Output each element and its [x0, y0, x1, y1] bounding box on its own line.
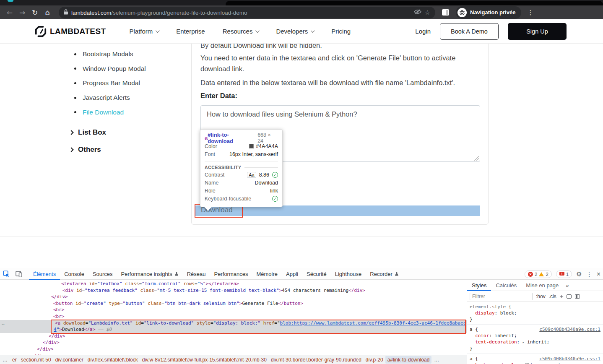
issues-badge[interactable]: 1 — [556, 270, 572, 278]
style-rule-element[interactable]: element.style { display: block; } — [467, 302, 603, 325]
styles-filter-input[interactable]: Filtrer — [470, 293, 533, 300]
sidebar-item-window-popup-modal[interactable]: Window Popup Modal — [70, 62, 187, 76]
breadcrumb-item[interactable]: div.mt-30.border.border-gray-90.rounded — [269, 356, 364, 364]
tab-recorder[interactable]: Recorder — [366, 268, 403, 280]
lambdatest-logo[interactable]: LAMBDATEST — [34, 25, 106, 38]
computed-styles-icon[interactable] — [567, 294, 572, 299]
devtools-panel: Éléments Console Sources Performance ins… — [0, 268, 603, 364]
login-link[interactable]: Login — [415, 28, 431, 35]
tab-styles[interactable]: Styles — [467, 280, 491, 291]
incognito-badge: Navigation privée — [456, 6, 521, 19]
tab-security[interactable]: Sécurité — [302, 268, 331, 280]
home-icon[interactable]: ⌂ — [41, 8, 54, 17]
demo-text-2: You need to enter data in the textarea a… — [200, 52, 481, 74]
breadcrumb-item[interactable]: er — [10, 356, 19, 364]
resize-handle-icon[interactable] — [474, 156, 479, 161]
tab-elements[interactable]: Éléments — [29, 268, 60, 280]
style-rule-a-2[interactable]: c509c408b4340a9e.css:1 a { background-co… — [467, 354, 603, 364]
active-browser-tab[interactable] — [226, 1, 603, 5]
playground-sidebar: Bootstrap Modals Window Popup Modal Prog… — [70, 47, 187, 154]
role-value: link — [270, 188, 278, 194]
nav-platform[interactable]: Platform — [129, 28, 159, 35]
address-bar[interactable]: lambdatest.com/selenium-playground/gener… — [59, 7, 435, 18]
book-demo-button[interactable]: Book A Demo — [440, 23, 499, 40]
warning-icon — [539, 272, 544, 276]
sidebar-item-javascript-alerts[interactable]: Javascript Alerts — [70, 91, 187, 105]
console-status-badge[interactable]: 2 2 — [525, 270, 552, 278]
eye-off-icon[interactable] — [414, 9, 421, 16]
tab-console[interactable]: Console — [60, 268, 88, 280]
code-line[interactable]: <button id="create" type="button" class=… — [0, 300, 467, 307]
issues-flag-icon — [559, 272, 564, 276]
side-panel-icon[interactable] — [442, 9, 449, 16]
close-devtools-icon[interactable]: × — [597, 270, 600, 278]
style-rule-a-1[interactable]: c509c408b4340a9e.css:1 a { color: inheri… — [467, 325, 603, 354]
breadcrumb-overflow[interactable]: … — [0, 357, 10, 363]
dock-sidebar-icon[interactable] — [575, 294, 580, 299]
code-line-selected[interactable]: 4">Download</a> == $0 — [0, 326, 467, 333]
inspect-element-icon[interactable] — [0, 270, 13, 277]
nav-resources[interactable]: Resources — [223, 28, 259, 35]
name-label: Name — [205, 180, 218, 186]
issue-count: 1 — [566, 272, 569, 277]
selected-element-row[interactable]: … <a download="Lambdainfo.txt" id="link-… — [0, 320, 467, 333]
sidebar-group-others[interactable]: Others — [70, 146, 187, 154]
tab-performance-insights[interactable]: Performance insights — [117, 268, 183, 280]
cls-toggle[interactable]: .cls — [549, 294, 556, 299]
code-line[interactable]: </div> — [0, 294, 467, 300]
tab-sources[interactable]: Sources — [88, 268, 117, 280]
breadcrumb-overflow[interactable]: … — [431, 357, 442, 363]
signup-button[interactable]: Sign Up — [508, 23, 567, 40]
tab-application[interactable]: Appli — [282, 268, 302, 280]
tooltip-color-label: Color — [205, 143, 217, 149]
nav-enterprise[interactable]: Enterprise — [176, 28, 205, 35]
new-style-rule-icon[interactable]: + — [560, 293, 564, 300]
sidebar-item-file-download[interactable]: File Download — [70, 105, 187, 120]
tooltip-id: #link-to-download — [208, 132, 254, 144]
sidebar-item-progress-bar-modal[interactable]: Progress Bar Modal — [70, 76, 187, 91]
back-icon[interactable]: ← — [3, 8, 16, 17]
forward-icon[interactable]: → — [16, 8, 29, 17]
tab-layout[interactable]: Mise en page — [521, 280, 563, 291]
breadcrumb-item[interactable]: div.w-8\/12.smtablet\:w-full.px-15.smtab… — [140, 356, 269, 364]
bullet-icon — [74, 97, 76, 99]
elements-tree[interactable]: <textarea id="textbox" class="form-contr… — [0, 280, 467, 355]
devtools-menu-icon[interactable]: ⋮ — [586, 270, 593, 278]
bookmark-star-icon[interactable]: ☆ — [425, 9, 430, 16]
beaker-icon — [395, 271, 399, 276]
breadcrumb-item-selected[interactable]: a#link-to-download — [385, 356, 432, 364]
more-tabs-icon[interactable]: » — [566, 282, 569, 289]
code-line[interactable]: </div> — [0, 346, 467, 353]
tab-performance[interactable]: Performances — [210, 268, 252, 280]
bullet-icon — [74, 82, 76, 84]
code-line-selected[interactable]: <a download="Lambdainfo.txt" id="link-to… — [0, 320, 467, 327]
sidebar-item-bootstrap-modals[interactable]: Bootstrap Modals — [70, 47, 187, 62]
hov-toggle[interactable]: :hov — [536, 294, 546, 299]
css-source-link[interactable]: c509c408b4340a9e.css:1 — [539, 356, 600, 362]
sidebar-group-list-box[interactable]: List Box — [70, 128, 187, 137]
tab-network[interactable]: Réseau — [183, 268, 210, 280]
tab-memory[interactable]: Mémoire — [252, 268, 282, 280]
reload-icon[interactable]: ↻ — [29, 8, 41, 17]
code-line[interactable]: <textarea id="textbox" class="form-contr… — [0, 281, 467, 287]
nav-pricing[interactable]: Pricing — [331, 28, 351, 35]
nav-developers[interactable]: Developers — [276, 28, 314, 35]
breadcrumb-item[interactable]: div.container — [53, 356, 86, 364]
breadcrumb-item[interactable]: div.p-20 — [364, 356, 385, 364]
tab-computed[interactable]: Calculés — [491, 280, 521, 291]
code-line[interactable]: <div id="textarea_feedback" class="mt-5 … — [0, 287, 467, 294]
browser-menu-icon[interactable]: ⋮ — [527, 9, 533, 16]
breadcrumb-item[interactable]: div.flex.smtablet\:block — [86, 356, 140, 364]
code-line[interactable]: </div> — [0, 339, 467, 346]
contrast-label: Contrast — [205, 172, 224, 178]
code-line[interactable]: </div> — [0, 333, 467, 340]
css-source-link[interactable]: c509c408b4340a9e.css:1 — [539, 326, 600, 333]
code-line[interactable]: <br> — [0, 313, 467, 320]
enter-data-label: Enter Data: — [200, 92, 237, 100]
tab-lighthouse[interactable]: Lighthouse — [331, 268, 366, 280]
code-line[interactable]: <br> — [0, 307, 467, 313]
tooltip-tag: a — [205, 135, 208, 141]
breadcrumb-item[interactable]: section.mt-50 — [19, 356, 53, 364]
device-toolbar-icon[interactable] — [13, 271, 25, 277]
settings-gear-icon[interactable]: ⚙ — [576, 270, 582, 278]
